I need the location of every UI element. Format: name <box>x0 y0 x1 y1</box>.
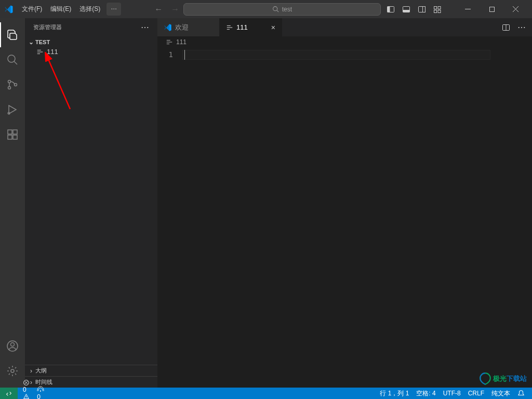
svg-rect-11 <box>438 10 441 12</box>
editor-tabs: 欢迎 111 × ⋯ <box>157 18 532 36</box>
file-icon <box>226 24 233 31</box>
activity-bar <box>0 18 25 388</box>
customize-layout-icon[interactable] <box>433 5 442 14</box>
outline-section[interactable]: › 大纲 <box>25 365 157 376</box>
menu-file[interactable]: 文件(F) <box>18 3 46 16</box>
svg-rect-6 <box>418 6 425 12</box>
svg-rect-22 <box>8 130 12 134</box>
status-ports-count: 0 <box>37 393 41 399</box>
activity-accounts[interactable] <box>0 334 25 358</box>
svg-rect-25 <box>13 130 17 134</box>
svg-line-17 <box>14 61 17 64</box>
nav-forward-icon[interactable]: → <box>171 5 179 14</box>
search-text: test <box>282 6 292 13</box>
svg-rect-24 <box>13 135 17 139</box>
tab-close-icon[interactable]: × <box>271 23 275 32</box>
svg-rect-5 <box>403 10 409 12</box>
explorer-title: 资源管理器 <box>33 23 62 31</box>
remote-indicator[interactable] <box>0 388 18 399</box>
menu-more[interactable]: … <box>107 3 121 16</box>
code-area[interactable] <box>182 48 532 388</box>
svg-rect-3 <box>387 6 390 12</box>
explorer-more-icon[interactable]: ⋯ <box>141 22 149 32</box>
editor-group: 欢迎 111 × ⋯ 111 1 <box>157 18 532 388</box>
folder-root-label: TEST <box>35 39 50 45</box>
svg-line-1 <box>277 10 278 12</box>
status-eol[interactable]: CRLF <box>468 390 484 397</box>
vscode-logo-icon <box>4 5 14 14</box>
svg-rect-23 <box>8 135 12 139</box>
activity-run-debug[interactable] <box>0 97 25 122</box>
main-area: 资源管理器 ⋯ ⌄ TEST 111 › 大纲 › 时间线 <box>0 18 532 388</box>
status-errors-count: 0 <box>23 386 26 393</box>
toggle-secondary-sidebar-icon[interactable] <box>418 5 426 14</box>
status-language[interactable]: 纯文本 <box>491 389 510 398</box>
watermark-text-a: 极光 <box>493 375 507 382</box>
svg-point-28 <box>11 369 14 373</box>
menu-select[interactable]: 选择(S) <box>75 3 104 16</box>
line-gutter: 1 <box>157 48 182 388</box>
svg-rect-9 <box>438 6 441 9</box>
timeline-section[interactable]: › 时间线 <box>25 376 157 388</box>
vscode-logo-icon <box>164 23 172 32</box>
toggle-panel-icon[interactable] <box>402 5 410 14</box>
chevron-down-icon: ⌄ <box>27 38 35 46</box>
outline-label: 大纲 <box>35 367 47 375</box>
svg-rect-10 <box>434 10 436 12</box>
menu-edit[interactable]: 编辑(E) <box>46 3 75 16</box>
menu-bar: 文件(F) 编辑(E) 选择(S) … <box>18 3 121 16</box>
tab-welcome[interactable]: 欢迎 <box>157 18 220 36</box>
activity-explorer[interactable] <box>0 22 25 47</box>
tab-file-label: 111 <box>236 23 248 31</box>
editor-more-icon[interactable]: ⋯ <box>517 22 526 32</box>
file-label: 111 <box>47 48 58 56</box>
svg-rect-8 <box>434 6 436 9</box>
explorer-header: 资源管理器 ⋯ <box>25 18 157 36</box>
status-encoding[interactable]: UTF-8 <box>443 390 461 397</box>
tab-file[interactable]: 111 × <box>220 18 282 36</box>
activity-settings[interactable] <box>0 358 25 383</box>
chevron-right-icon: › <box>27 367 35 375</box>
minimize-button[interactable] <box>456 0 480 18</box>
line-number: 1 <box>157 50 173 60</box>
activity-extensions[interactable] <box>0 122 25 147</box>
activity-source-control[interactable] <box>0 72 25 97</box>
folder-root[interactable]: ⌄ TEST <box>25 37 157 47</box>
svg-point-0 <box>273 7 277 11</box>
status-bar: 0 0 0 行 1，列 1 空格: 4 UTF-8 CRLF 纯文本 <box>0 388 532 399</box>
status-indentation[interactable]: 空格: 4 <box>416 389 435 398</box>
command-center-search[interactable]: test <box>183 3 381 16</box>
status-cursor-position[interactable]: 行 1，列 1 <box>380 389 409 398</box>
maximize-button[interactable] <box>480 0 504 18</box>
activity-search[interactable] <box>0 47 25 72</box>
status-notifications-icon[interactable] <box>517 390 525 397</box>
svg-rect-7 <box>422 6 425 12</box>
nav-back-icon[interactable]: ← <box>154 5 163 14</box>
text-cursor <box>184 50 185 60</box>
file-item[interactable]: 111 <box>25 47 157 57</box>
status-ports[interactable]: 0 <box>37 386 44 399</box>
file-icon <box>36 48 44 56</box>
watermark-text-b: 下载站 <box>507 375 527 382</box>
editor-body[interactable]: 1 <box>157 48 532 388</box>
breadcrumb-file: 111 <box>176 38 187 46</box>
svg-rect-13 <box>489 7 494 11</box>
close-button[interactable] <box>504 0 528 18</box>
svg-point-16 <box>8 55 15 62</box>
breadcrumb[interactable]: 111 <box>157 36 532 48</box>
svg-point-19 <box>8 87 11 89</box>
search-icon <box>272 6 279 12</box>
svg-point-44 <box>40 391 41 392</box>
title-bar: 文件(F) 编辑(E) 选择(S) … ← → test <box>0 0 532 18</box>
svg-point-18 <box>8 81 11 83</box>
watermark: 极光下载站 <box>478 372 527 385</box>
split-editor-icon[interactable] <box>502 23 510 32</box>
nav-arrows: ← → <box>154 5 179 14</box>
layout-controls <box>387 5 442 14</box>
file-icon <box>166 38 173 46</box>
window-controls <box>456 0 528 18</box>
toggle-primary-sidebar-icon[interactable] <box>387 5 395 14</box>
explorer-tree: ⌄ TEST 111 <box>25 36 157 58</box>
svg-point-27 <box>11 343 15 347</box>
tab-welcome-label: 欢迎 <box>175 23 189 32</box>
